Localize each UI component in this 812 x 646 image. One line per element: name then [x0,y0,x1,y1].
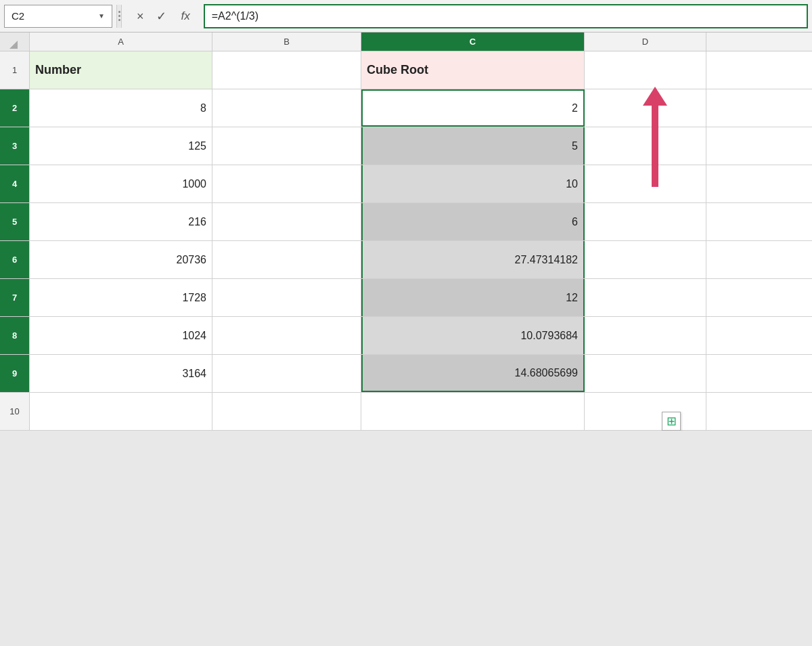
cell-b10[interactable] [212,393,361,430]
row-header-9[interactable]: 9 [0,355,30,392]
cell-d4[interactable] [585,165,706,202]
cell-b6[interactable] [212,241,361,278]
col-header-d[interactable]: D [585,33,706,51]
col-header-c[interactable]: C [361,33,585,51]
cell-b8[interactable] [212,317,361,354]
cell-d9[interactable] [585,355,706,392]
cell-d8[interactable] [585,317,706,354]
quick-analysis-icon: ⊞ [667,414,677,429]
cell-c3[interactable]: 5 [361,127,585,165]
formula-action-buttons: × ✓ fx [126,5,204,28]
cell-a5[interactable]: 216 [30,203,212,240]
cell-c7[interactable]: 12 [361,279,585,316]
table-row: 1 Number Cube Root [0,51,812,89]
table-row: 5 216 6 [0,203,812,241]
col-header-b[interactable]: B [212,33,361,51]
select-all-icon [9,41,18,49]
row-header-10[interactable]: 10 [0,393,30,430]
table-row: 7 1728 12 [0,279,812,317]
row-header-8[interactable]: 8 [0,317,30,354]
cell-b7[interactable] [212,279,361,316]
cell-a7[interactable]: 1728 [30,279,212,316]
cell-d3[interactable] [585,127,706,165]
formula-bar: C2 ▼ × ✓ fx =A2^(1/3) [0,0,812,33]
row-header-2[interactable]: 2 [0,89,30,127]
table-row: 9 3164 14.68065699 [0,355,812,393]
row-header-3[interactable]: 3 [0,127,30,165]
name-box[interactable]: C2 ▼ [4,5,112,28]
cell-a6[interactable]: 20736 [30,241,212,278]
data-rows: 1 Number Cube Root 2 [0,51,812,431]
cell-c4[interactable]: 10 [361,165,585,202]
resize-handle [118,11,120,21]
cell-a3[interactable]: 125 [30,127,212,165]
cell-c6[interactable]: 27.47314182 [361,241,585,278]
cell-c2[interactable]: 2 [361,89,585,127]
table-row: 2 8 2 [0,89,812,127]
row-header-4[interactable]: 4 [0,165,30,202]
cell-b1[interactable] [212,51,361,89]
name-box-value: C2 [12,10,24,22]
cell-b2[interactable] [212,89,361,127]
row-header-5[interactable]: 5 [0,203,30,240]
column-headers: A B C D [0,33,812,51]
spreadsheet-wrapper: A B C D 1 Number [0,33,812,431]
table-row: 10 [0,393,812,431]
cell-d10[interactable] [585,393,706,430]
name-box-dropdown-icon[interactable]: ▼ [98,12,105,20]
cell-a2[interactable]: 8 [30,89,212,127]
cell-d5[interactable] [585,203,706,240]
cell-d2[interactable] [585,89,706,127]
corner-cell[interactable] [0,33,30,51]
cell-c5[interactable]: 6 [361,203,585,240]
table-row: 4 1000 10 [0,165,812,203]
cell-c8[interactable]: 10.0793684 [361,317,585,354]
table-row: 6 20736 27.47314182 [0,241,812,279]
cell-a8[interactable]: 1024 [30,317,212,354]
row-header-1[interactable]: 1 [0,51,30,89]
confirm-button[interactable]: ✓ [154,9,169,24]
formula-bar-divider [116,5,122,28]
row-header-6[interactable]: 6 [0,241,30,278]
cancel-button[interactable]: × [134,9,147,24]
cell-b9[interactable] [212,355,361,392]
col-header-a[interactable]: A [30,33,212,51]
cell-d1[interactable] [585,51,706,89]
cell-c1[interactable]: Cube Root [361,51,585,89]
table-row: 3 125 5 [0,127,812,165]
cell-a4[interactable]: 1000 [30,165,212,202]
quick-analysis-button[interactable]: ⊞ [662,412,681,431]
row-header-7[interactable]: 7 [0,279,30,316]
formula-input[interactable]: =A2^(1/3) [204,4,808,28]
cell-c9[interactable]: 14.68065699 [361,355,585,392]
cell-d7[interactable] [585,279,706,316]
cell-b4[interactable] [212,165,361,202]
table-row: 8 1024 10.0793684 [0,317,812,355]
cell-b5[interactable] [212,203,361,240]
spreadsheet: A B C D 1 Number [0,33,812,431]
cell-a10[interactable] [30,393,212,430]
formula-text: =A2^(1/3) [212,10,258,22]
cell-d6[interactable] [585,241,706,278]
fx-label: fx [176,9,196,23]
cell-a1[interactable]: Number [30,51,212,89]
cell-a9[interactable]: 3164 [30,355,212,392]
cell-b3[interactable] [212,127,361,165]
cell-c10[interactable] [361,393,585,430]
